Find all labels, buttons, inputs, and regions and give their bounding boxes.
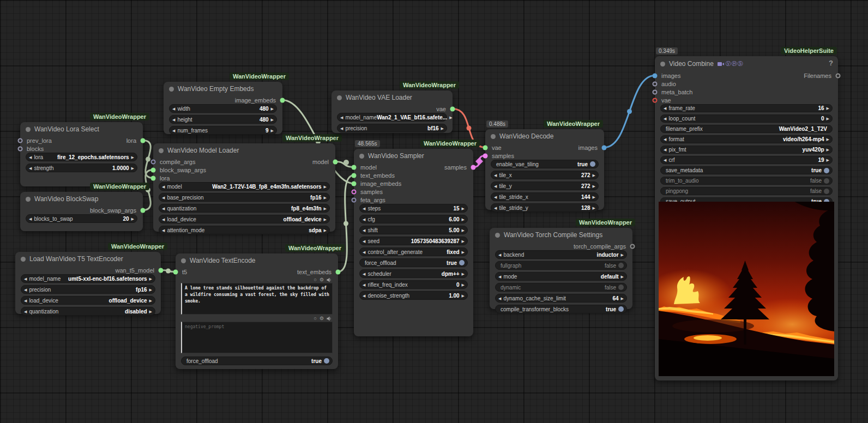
next-arrow-icon[interactable]: ▶ bbox=[827, 106, 829, 110]
input-slot-meta-batch[interactable] bbox=[653, 89, 658, 94]
input-slot-vae[interactable] bbox=[653, 98, 658, 102]
node-title-bar[interactable]: WanVideo Empty Embeds bbox=[164, 82, 282, 96]
collapse-dot-icon[interactable] bbox=[26, 197, 31, 202]
widget-quantization[interactable]: ◀quantizationfp8_e4m3fn▶ bbox=[159, 204, 330, 213]
node-wanvideo-textencode[interactable]: WanVideoWrapper WanVideo TextEncode t5te… bbox=[176, 253, 338, 369]
pin-icon[interactable]: ○ bbox=[314, 316, 316, 321]
collapse-dot-icon[interactable] bbox=[495, 233, 500, 238]
prev-arrow-icon[interactable]: ◀ bbox=[664, 137, 666, 141]
input-slot-images[interactable] bbox=[653, 73, 658, 78]
next-arrow-icon[interactable]: ▶ bbox=[324, 217, 327, 221]
toggle-knob[interactable] bbox=[324, 358, 329, 364]
node-title-bar[interactable]: WanVideo TextEncode bbox=[176, 253, 338, 268]
node-graph-canvas[interactable]: WanVideoWrapper WanVideo Lora Select pre… bbox=[0, 0, 868, 423]
next-arrow-icon[interactable]: ▶ bbox=[593, 184, 595, 188]
prev-arrow-icon[interactable]: ◀ bbox=[498, 297, 501, 300]
widget-crf[interactable]: ◀crf19▶ bbox=[660, 156, 833, 164]
next-arrow-icon[interactable]: ▶ bbox=[149, 277, 152, 281]
help-icon[interactable]: ? bbox=[829, 59, 833, 67]
toggle-knob[interactable] bbox=[618, 285, 624, 290]
next-arrow-icon[interactable]: ▶ bbox=[827, 137, 829, 141]
node-wanvideo-empty-embeds[interactable]: WanVideoWrapper WanVideo Empty Embeds im… bbox=[164, 82, 282, 134]
widget-num-frames[interactable]: ◀num_frames9▶ bbox=[169, 126, 277, 135]
widget-dynamo-cache-size-limit[interactable]: ◀dynamo_cache_size_limit64▶ bbox=[495, 294, 627, 303]
input-slot-vae[interactable] bbox=[483, 145, 488, 150]
widget-scheduler[interactable]: ◀schedulerdpm++▶ bbox=[359, 269, 468, 278]
output-slot-image-embeds[interactable] bbox=[280, 98, 285, 102]
prev-arrow-icon[interactable]: ◀ bbox=[494, 184, 497, 188]
prev-arrow-icon[interactable]: ◀ bbox=[172, 129, 175, 132]
output-slot-vae[interactable] bbox=[450, 106, 455, 111]
widget-denoise-strength[interactable]: ◀denoise_strength1.00▶ bbox=[359, 291, 468, 300]
input-slot-text-embeds[interactable] bbox=[352, 173, 357, 178]
output-slot-text-embeds[interactable] bbox=[336, 269, 341, 274]
input-slot-audio[interactable] bbox=[653, 81, 658, 86]
output-slot-block-swap-args[interactable] bbox=[141, 208, 146, 213]
next-arrow-icon[interactable]: ▶ bbox=[149, 299, 152, 303]
link-midpoint-dot[interactable] bbox=[146, 157, 150, 162]
widget-shift[interactable]: ◀shift5.00▶ bbox=[359, 226, 468, 234]
widget-enable-vae-tiling[interactable]: enable_vae_tilingtrue bbox=[491, 160, 599, 168]
prev-arrow-icon[interactable]: ◀ bbox=[494, 195, 497, 199]
widget-quantization[interactable]: ◀quantizationdisabled▶ bbox=[21, 307, 155, 316]
next-arrow-icon[interactable]: ▶ bbox=[462, 239, 465, 243]
next-arrow-icon[interactable]: ▶ bbox=[462, 272, 465, 276]
node-load-wanvideo-t5-textencoder[interactable]: WanVideoWrapper Load WanVideo T5 TextEnc… bbox=[15, 252, 161, 314]
input-slot-samples[interactable] bbox=[483, 153, 488, 158]
widget-riflex-freq-index[interactable]: ◀riflex_freq_index0▶ bbox=[359, 280, 468, 289]
prev-arrow-icon[interactable]: ◀ bbox=[664, 148, 666, 152]
next-arrow-icon[interactable]: ▶ bbox=[131, 155, 134, 159]
widget-trim-to-audio[interactable]: trim_to_audiofalse bbox=[660, 177, 833, 185]
next-arrow-icon[interactable]: ▶ bbox=[324, 228, 327, 232]
prev-arrow-icon[interactable]: ◀ bbox=[162, 207, 165, 210]
widget-save-metadata[interactable]: save_metadatatrue bbox=[660, 166, 833, 174]
prev-arrow-icon[interactable]: ◀ bbox=[363, 217, 365, 221]
prev-arrow-icon[interactable]: ◀ bbox=[24, 277, 27, 281]
widget-strength[interactable]: ◀strength1.0000▶ bbox=[26, 164, 137, 172]
prev-arrow-icon[interactable]: ◀ bbox=[363, 283, 365, 287]
link-midpoint-dot[interactable] bbox=[467, 126, 472, 131]
collapse-dot-icon[interactable] bbox=[660, 62, 665, 67]
prev-arrow-icon[interactable]: ◀ bbox=[29, 155, 32, 159]
widget-force-offload[interactable]: force_offloadtrue bbox=[359, 258, 468, 267]
widget-tile-stride-x[interactable]: ◀tile_stride_x144▶ bbox=[491, 192, 599, 201]
widget-precision[interactable]: ◀precisionfp16▶ bbox=[21, 285, 155, 294]
widget-steps[interactable]: ◀steps15▶ bbox=[359, 204, 468, 213]
widget-height[interactable]: ◀height480▶ bbox=[169, 115, 277, 124]
next-arrow-icon[interactable]: ▶ bbox=[827, 148, 829, 152]
widget-compile-transformer-blocks[interactable]: compile_transformer_blockstrue bbox=[495, 305, 627, 313]
prev-arrow-icon[interactable]: ◀ bbox=[24, 288, 27, 292]
node-title-bar[interactable]: WanVideo Decode bbox=[485, 129, 604, 143]
link-midpoint-diamond[interactable] bbox=[475, 158, 483, 165]
prev-arrow-icon[interactable]: ◀ bbox=[498, 253, 501, 257]
link-midpoint-dot[interactable] bbox=[343, 221, 348, 226]
prev-arrow-icon[interactable]: ◀ bbox=[363, 272, 365, 276]
widget-control-after-generate[interactable]: ◀control_after_generatefixed▶ bbox=[359, 247, 468, 256]
output-slot-samples[interactable] bbox=[471, 165, 476, 170]
speaker-icon[interactable] bbox=[327, 277, 331, 282]
widget-frame-rate[interactable]: ◀frame_rate16▶ bbox=[660, 104, 833, 112]
widget-dynamic[interactable]: dynamicfalse bbox=[495, 283, 627, 292]
node-title-bar[interactable]: WanVideo Sampler bbox=[354, 149, 473, 163]
next-arrow-icon[interactable]: ▶ bbox=[827, 117, 829, 120]
prev-arrow-icon[interactable]: ◀ bbox=[340, 116, 343, 119]
next-arrow-icon[interactable]: ▶ bbox=[621, 297, 624, 300]
widget-seed[interactable]: ◀seed1057350483639287▶ bbox=[359, 237, 468, 245]
prev-arrow-icon[interactable]: ◀ bbox=[162, 217, 165, 221]
node-wanvideo-blockswap[interactable]: WanVideoWrapper WanVideo BlockSwap block… bbox=[20, 192, 143, 231]
next-arrow-icon[interactable]: ▶ bbox=[462, 250, 465, 254]
node-title-bar[interactable]: Video Combine ⓋⒽⓈ ? bbox=[655, 56, 838, 71]
positive-prompt-textarea[interactable]: A lone tree stands silhouetted against t… bbox=[181, 283, 333, 315]
next-arrow-icon[interactable]: ▶ bbox=[593, 173, 595, 177]
input-slot-lora[interactable] bbox=[151, 176, 156, 180]
gear-icon[interactable]: ⚙ bbox=[320, 316, 324, 321]
prev-arrow-icon[interactable]: ◀ bbox=[664, 117, 666, 120]
input-slot-block-swap-args[interactable] bbox=[151, 167, 156, 172]
widget-load-device[interactable]: ◀load_deviceoffload_device▶ bbox=[159, 215, 330, 223]
node-wanvideo-model-loader[interactable]: WanVideoWrapper WanVideo Model Loader co… bbox=[153, 143, 335, 232]
widget-attention-mode[interactable]: ◀attention_modesdpa▶ bbox=[159, 226, 330, 234]
next-arrow-icon[interactable]: ▶ bbox=[462, 217, 465, 221]
widget-model-name[interactable]: ◀model_nameumt5-xxl-enc-bf16.safetensors… bbox=[21, 274, 155, 283]
prev-arrow-icon[interactable]: ◀ bbox=[363, 228, 365, 232]
node-video-combine[interactable]: 0.349s VideoHelperSuite Video Combine ⓋⒽ… bbox=[655, 56, 838, 380]
